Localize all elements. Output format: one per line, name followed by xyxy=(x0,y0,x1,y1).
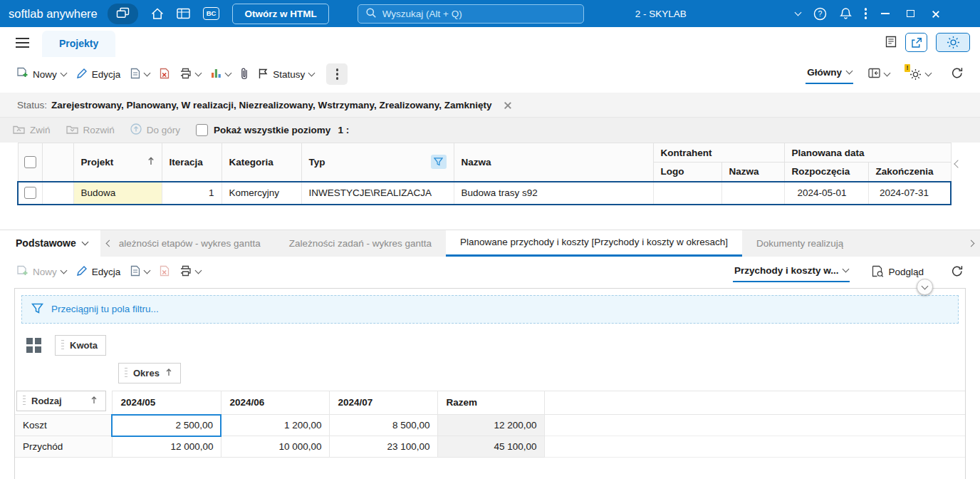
pivot-cell[interactable]: 12 000,00 xyxy=(112,436,221,458)
panel-collapse-button[interactable] xyxy=(917,279,933,295)
row-checkbox[interactable] xyxy=(24,187,36,199)
detail-section-selector[interactable]: Podstawowe xyxy=(0,230,100,257)
tab-zaleznosci-etapow[interactable]: ależności etapów - wykres gantta xyxy=(119,230,275,257)
row-field-label: Rodzaj xyxy=(31,396,62,406)
pivot-col-2024-05[interactable]: 2024/05 xyxy=(112,391,221,415)
bc-icon[interactable]: BC xyxy=(203,7,220,19)
col-header-zakonczenia[interactable]: Zakończenia xyxy=(868,163,951,182)
document-actions-button[interactable] xyxy=(125,63,155,86)
modules-icon[interactable] xyxy=(177,8,190,19)
column-field-chip-okres[interactable]: Okres xyxy=(118,363,181,383)
home-button[interactable] xyxy=(151,8,164,20)
expand-button[interactable]: Rozwiń xyxy=(66,124,115,136)
col-header-iteracja[interactable]: Iteracja xyxy=(162,143,221,182)
close-icon[interactable] xyxy=(932,10,939,18)
pivot-row-label[interactable]: Koszt xyxy=(15,415,112,436)
hamburger-menu-icon[interactable] xyxy=(16,38,29,48)
attachments-button[interactable] xyxy=(236,63,253,86)
pivot-cell-total[interactable]: 45 100,00 xyxy=(437,436,544,458)
kebab-icon xyxy=(336,68,338,79)
detail-view-selector[interactable]: Przychody i koszty w... xyxy=(733,262,850,282)
filter-value: Zarejestrowany, Planowany, W realizacji,… xyxy=(51,100,491,110)
tabs-scroll-right-icon[interactable] xyxy=(961,230,980,257)
tab-projekty[interactable]: Projekty xyxy=(42,31,115,57)
level-value[interactable]: 1 : xyxy=(338,125,349,135)
search-input[interactable] xyxy=(382,9,576,19)
bell-icon[interactable] xyxy=(840,7,852,20)
grid-settings-button[interactable]: ! xyxy=(905,64,936,85)
go-top-button[interactable]: Do góry xyxy=(130,123,180,137)
pivot-cell[interactable]: 23 100,00 xyxy=(329,436,437,458)
pivot-col-2024-06[interactable]: 2024/06 xyxy=(221,391,329,415)
filter-funnel-icon xyxy=(31,303,43,316)
search-box[interactable] xyxy=(358,4,584,24)
grid-empty-area xyxy=(0,205,980,230)
collapse-button[interactable]: Zwiń xyxy=(13,124,51,136)
col-header-kontrahent-nazwa[interactable]: Nazwa xyxy=(721,163,784,182)
pivot-cell[interactable]: 1 200,00 xyxy=(221,415,329,436)
chart-button[interactable] xyxy=(206,63,236,85)
maximize-icon[interactable] xyxy=(907,10,914,17)
grid-scroll-left-icon[interactable] xyxy=(955,158,961,169)
tab-dokumenty[interactable]: Dokumenty realizują xyxy=(742,230,843,257)
select-all-checkbox[interactable] xyxy=(24,156,36,168)
edit-button[interactable]: Edycja xyxy=(71,63,126,86)
detail-document-button[interactable] xyxy=(125,261,155,283)
filter-drop-zone[interactable]: Przeciągnij tu pola filtru... xyxy=(21,295,959,324)
field-list-icon[interactable] xyxy=(26,338,42,353)
tab-zaleznosci-zadan[interactable]: Zależności zadań - wykres gantta xyxy=(275,230,446,257)
open-html-button[interactable]: Otwórz w HTML xyxy=(232,4,328,24)
show-all-levels-toggle[interactable]: Pokaż wszystkie poziomy 1 : xyxy=(196,124,349,136)
share-button[interactable] xyxy=(905,33,927,52)
data-field-chip-kwota[interactable]: Kwota xyxy=(55,335,106,356)
assistant-sun-icon[interactable] xyxy=(936,33,970,52)
company-selector[interactable]: 2 - SKYLAB xyxy=(635,9,801,19)
pivot-cell[interactable]: 10 000,00 xyxy=(221,436,329,458)
delete-button[interactable] xyxy=(155,63,174,86)
col-group-kontrahent[interactable]: Kontrahent xyxy=(653,143,784,163)
pivot-cell[interactable]: 8 500,00 xyxy=(329,415,437,436)
col-header-typ[interactable]: Typ xyxy=(301,143,454,182)
workspaces-button[interactable] xyxy=(108,4,138,24)
pivot-cell-total[interactable]: 12 200,00 xyxy=(437,415,544,436)
printer-icon xyxy=(179,68,192,81)
sort-asc-icon xyxy=(90,396,98,406)
tab-planowane-przychody[interactable]: Planowane przychody i koszty [Przychody … xyxy=(446,230,742,257)
collapse-label: Zwiń xyxy=(30,125,51,135)
new-button[interactable]: Nowy xyxy=(11,63,71,86)
projects-grid: Projekt Iteracja Kategoria Typ Nazwa Kon… xyxy=(0,143,980,205)
detail-new-button[interactable]: Nowy xyxy=(11,261,71,284)
cell-typ: INWESTYCJE\REALIZACJA xyxy=(301,182,454,205)
refresh-button[interactable] xyxy=(946,63,969,86)
print-button[interactable] xyxy=(174,63,206,86)
col-header-logo[interactable]: Logo xyxy=(653,163,721,182)
more-actions-button[interactable] xyxy=(326,63,348,85)
pivot-col-2024-07[interactable]: 2024/07 xyxy=(329,391,437,415)
view-selector-glowny[interactable]: Główny xyxy=(806,64,853,84)
pivot-col-razem[interactable]: Razem xyxy=(437,391,544,415)
tabs-scroll-left-icon[interactable] xyxy=(100,230,119,257)
notes-panel-icon[interactable] xyxy=(885,36,897,50)
col-header-projekt[interactable]: Projekt xyxy=(73,143,162,182)
statuses-button[interactable]: Statusy xyxy=(253,63,319,86)
kebab-menu-icon[interactable] xyxy=(865,8,867,19)
remove-filter-button[interactable] xyxy=(504,101,511,109)
col-header-rozpoczecia[interactable]: Rozpoczęcia xyxy=(784,163,868,182)
pivot-cell-selected[interactable]: 2 500,00 xyxy=(112,415,221,436)
detail-refresh-button[interactable] xyxy=(946,261,969,284)
detail-delete-button[interactable] xyxy=(155,261,174,283)
pivot-row-label[interactable]: Przychód xyxy=(15,436,112,458)
row-field-chip-rodzaj[interactable]: Rodzaj xyxy=(16,391,106,411)
col-header-nazwa[interactable]: Nazwa xyxy=(454,143,653,182)
detail-print-button[interactable] xyxy=(174,261,206,283)
col-group-planowana-data[interactable]: Planowana data xyxy=(784,143,951,163)
typ-filter-icon[interactable] xyxy=(431,155,447,169)
layout-panel-button[interactable] xyxy=(863,63,895,85)
help-icon[interactable]: ? xyxy=(813,7,827,21)
topbar: softlab anywhere BC Otwórz w HTML 2 - SK… xyxy=(0,0,980,27)
col-header-kategoria[interactable]: Kategoria xyxy=(221,143,301,182)
minimize-icon[interactable] xyxy=(881,13,890,14)
detail-edit-button[interactable]: Edycja xyxy=(71,261,126,283)
table-row[interactable]: Budowa 1 Komercyjny INWESTYCJE\REALIZACJ… xyxy=(18,182,951,205)
show-all-levels-checkbox[interactable] xyxy=(196,124,208,136)
